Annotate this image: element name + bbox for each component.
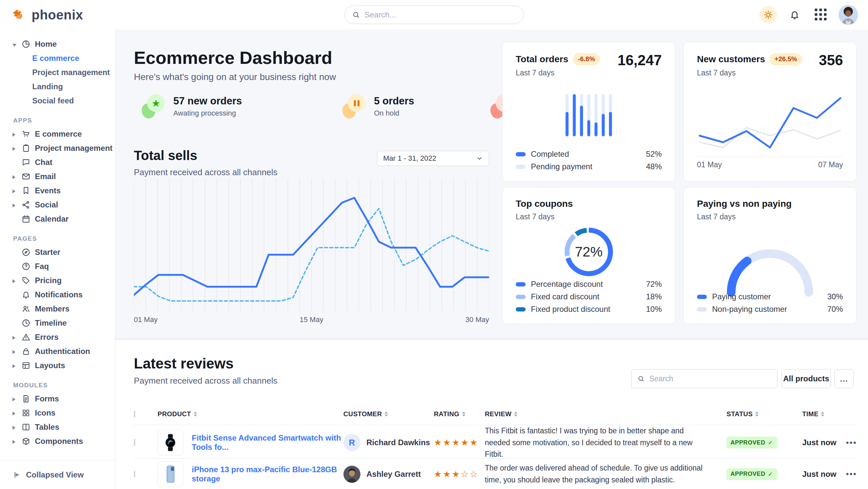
- check-icon: ✓: [768, 439, 773, 446]
- column-header-product[interactable]: PRODUCT: [158, 410, 343, 418]
- collapse-left-icon: [12, 470, 21, 479]
- new-customers-card: New customers+26.5% Last 7 days 356 01 M…: [683, 42, 857, 181]
- legend-swatch: [516, 165, 526, 169]
- user-avatar[interactable]: [838, 5, 858, 25]
- sort-icon[interactable]: [384, 412, 388, 416]
- legend-value: 18%: [646, 292, 662, 301]
- check-icon: ✓: [768, 470, 773, 478]
- events-icon: [21, 186, 31, 195]
- sidebar-item-project-management[interactable]: Project management: [0, 141, 115, 155]
- apps-menu-button[interactable]: [812, 6, 830, 24]
- sort-icon[interactable]: [755, 412, 758, 416]
- home-icon: [21, 39, 31, 49]
- sidebar-item-layouts[interactable]: Layouts: [0, 358, 115, 372]
- sidebar-item-label: Project management: [35, 144, 113, 153]
- reviews-search[interactable]: [631, 369, 778, 388]
- select-all-checkbox[interactable]: [134, 411, 135, 418]
- sidebar-item-label: Faq: [35, 262, 49, 271]
- sidebar-item-label: Social: [35, 200, 58, 209]
- page-subtitle: Here's what's going on at your business …: [134, 72, 336, 82]
- sidebar-item-events[interactable]: Events: [0, 183, 115, 198]
- row-checkbox[interactable]: [134, 470, 135, 478]
- sidebar-subitem-e-commerce[interactable]: E commerce: [0, 51, 115, 65]
- column-header-time[interactable]: TIME: [802, 410, 838, 418]
- sidebar-subitem-landing[interactable]: Landing: [0, 79, 115, 93]
- row-checkbox[interactable]: [134, 439, 135, 446]
- x-tick: 01 May: [134, 315, 158, 324]
- product-link[interactable]: Fitbit Sense Advanced Smartwatch with To…: [192, 433, 343, 452]
- sidebar-item-faq[interactable]: Faq: [0, 259, 115, 273]
- members-icon: [21, 304, 31, 314]
- brand-logo[interactable]: phoenix: [12, 7, 83, 22]
- sidebar-item-errors[interactable]: Errors: [0, 330, 115, 344]
- latest-reviews-section: Latest reviews Payment received across a…: [116, 340, 868, 489]
- column-header-review[interactable]: REVIEW: [485, 410, 726, 418]
- sidebar-item-icons[interactable]: Icons: [0, 406, 115, 420]
- sidebar-item-label: Starter: [35, 248, 60, 257]
- date-range-select[interactable]: Mar 1 - 31, 2022: [377, 151, 489, 166]
- sort-icon[interactable]: [514, 412, 517, 416]
- product-thumbnail[interactable]: [158, 461, 183, 487]
- sidebar-item-calendar[interactable]: Calendar: [0, 212, 115, 226]
- sidebar-item-forms[interactable]: Forms: [0, 392, 115, 406]
- sidebar-subitem-project-management[interactable]: Project management: [0, 65, 115, 79]
- product-thumbnail[interactable]: [158, 430, 183, 455]
- authentication-icon: [21, 347, 31, 356]
- pricing-icon: [21, 276, 31, 285]
- avatar-photo: [838, 5, 858, 25]
- sidebar-collapse-button[interactable]: Collapsed View: [0, 460, 115, 489]
- sidebar-item-authentication[interactable]: Authentication: [0, 344, 115, 358]
- sidebar-item-components[interactable]: Components: [0, 434, 115, 448]
- sidebar-section-label-modules: MODULES: [0, 378, 115, 392]
- legend-swatch: [697, 295, 707, 299]
- sort-icon[interactable]: [194, 412, 197, 416]
- all-products-button[interactable]: All products: [781, 369, 831, 388]
- global-search-input[interactable]: [365, 10, 516, 20]
- coupons-legend: Percentage discount 72% Fixed card disco…: [516, 280, 662, 314]
- sort-icon[interactable]: [462, 412, 465, 416]
- table-header-row: PRODUCT CUSTOMER RATING REVIEW STATUS TI…: [134, 403, 857, 425]
- legend-value: 30%: [827, 292, 843, 301]
- chat-icon: [21, 158, 31, 167]
- column-header-rating[interactable]: RATING: [434, 410, 485, 418]
- sidebar-item-home[interactable]: Home: [0, 37, 115, 51]
- search-icon: [638, 375, 645, 383]
- sidebar-item-email[interactable]: Email: [0, 169, 115, 183]
- legend-value: 48%: [646, 162, 662, 171]
- global-search[interactable]: [344, 6, 524, 24]
- sidebar-item-label: Email: [35, 172, 56, 181]
- sidebar-item-chat[interactable]: Chat: [0, 155, 115, 169]
- column-header-status[interactable]: STATUS: [726, 410, 802, 418]
- column-header-customer[interactable]: CUSTOMER: [343, 410, 434, 418]
- sidebar-item-starter[interactable]: Starter: [0, 245, 115, 259]
- sidebar-item-tables[interactable]: Tables: [0, 420, 115, 434]
- sort-icon[interactable]: [821, 412, 824, 416]
- legend-value: 72%: [646, 280, 662, 289]
- legend-pending-payment: Pending payment 48%: [516, 162, 662, 171]
- sidebar-item-timeline[interactable]: Timeline: [0, 316, 115, 330]
- sidebar-item-label: Icons: [35, 408, 56, 418]
- sidebar-item-members[interactable]: Members: [0, 301, 115, 316]
- sidebar-item-e-commerce[interactable]: E commerce: [0, 127, 115, 141]
- customers-line-chart: [697, 91, 843, 163]
- legend-label: Fixed product discount: [531, 305, 610, 314]
- legend-percentage-discount: Percentage discount 72%: [516, 280, 662, 289]
- product-link[interactable]: iPhone 13 pro max-Pacific Blue-128GB sto…: [192, 465, 343, 483]
- reviews-search-input[interactable]: [649, 374, 771, 383]
- notifications-button[interactable]: [786, 6, 804, 24]
- customer-name: Richard Dawkins: [366, 438, 430, 447]
- sidebar-item-label: Timeline: [35, 318, 67, 328]
- row-more-button[interactable]: •••: [838, 438, 857, 448]
- sidebar-item-social[interactable]: Social: [0, 198, 115, 212]
- legend-label: Pending payment: [531, 162, 592, 171]
- theme-toggle-button[interactable]: [760, 6, 777, 24]
- paying-gauge-card: Paying vs non paying Last 7 days Paying …: [683, 187, 857, 324]
- sidebar-item-notifications[interactable]: Notifications: [0, 287, 115, 301]
- reviews-more-button[interactable]: ...: [834, 369, 854, 388]
- notifications-icon: [21, 290, 31, 299]
- legend-label: Paying customer: [712, 292, 771, 301]
- coupons-donut-chart: 72%: [560, 223, 618, 281]
- sidebar-subitem-social-feed[interactable]: Social feed: [0, 93, 115, 108]
- sidebar-item-pricing[interactable]: Pricing: [0, 273, 115, 287]
- row-more-button[interactable]: •••: [838, 469, 857, 479]
